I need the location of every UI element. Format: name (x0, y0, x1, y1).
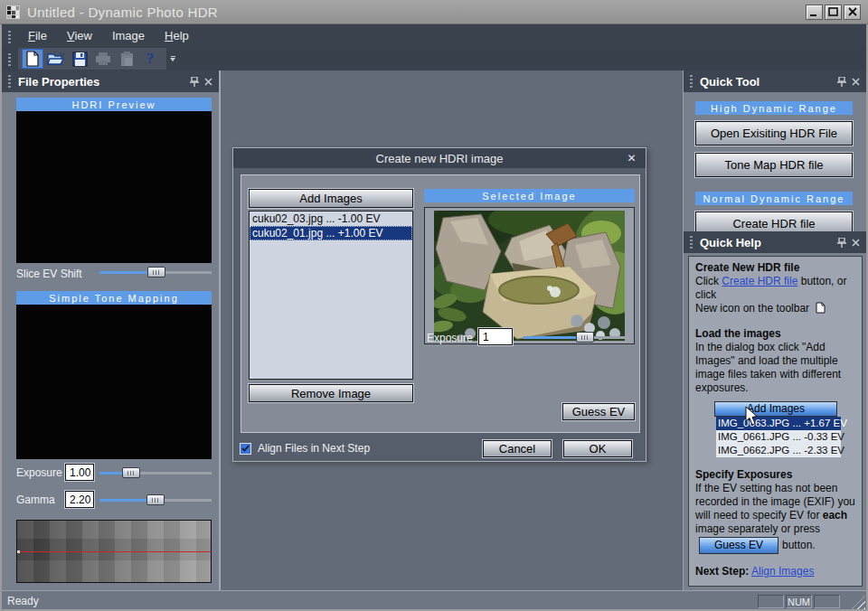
list-item[interactable]: cuku02_03.jpg ... -1.00 EV (250, 212, 412, 226)
menu-bar: File View Image Help (2, 24, 866, 47)
print-icon (95, 52, 111, 66)
simple-tone-mapping-header: Simple Tone Mapping (16, 291, 212, 305)
pin-icon[interactable] (190, 77, 199, 87)
title-bar: Untitled - Dynamic Photo HDR (0, 0, 868, 24)
create-hdr-file-button[interactable]: Create HDR file (695, 212, 853, 231)
minimize-icon (809, 8, 819, 16)
help-heading-create: Create New HDR file (695, 261, 855, 275)
pin-icon[interactable] (837, 238, 846, 248)
help-button[interactable]: ? (139, 49, 161, 69)
gamma-label: Gamma (16, 494, 55, 506)
close-panel-icon[interactable] (204, 78, 212, 86)
menu-view[interactable]: View (57, 26, 102, 45)
save-file-button[interactable] (69, 49, 90, 69)
add-images-button[interactable]: Add Images (249, 189, 413, 208)
new-document-icon (816, 302, 826, 314)
exposure-slider[interactable] (99, 466, 212, 479)
resize-grip[interactable] (852, 596, 865, 609)
toolbar: ? (2, 47, 866, 70)
help-list-item: IMG_0663.JPG ... +1.67 EV (716, 417, 841, 430)
dialog-exposure-input[interactable] (478, 328, 513, 345)
menu-help[interactable]: Help (155, 26, 199, 45)
slider-thumb[interactable] (146, 494, 165, 505)
align-files-checkbox[interactable] (240, 443, 251, 455)
dialog-exposure-label: Exposure (427, 332, 473, 344)
create-hdr-file-link[interactable]: Create HDR file (722, 275, 797, 287)
print-button (92, 49, 114, 69)
panel-title: Quick Help (700, 236, 761, 249)
status-message: Ready (7, 595, 39, 607)
dialog-close-button[interactable]: ✕ (625, 151, 638, 164)
slider-thumb[interactable] (576, 332, 594, 343)
status-pane-caps (758, 595, 784, 608)
cursor-icon (745, 407, 758, 426)
maximize-icon (828, 7, 838, 16)
help-add-images-button: Add Images (714, 401, 837, 417)
quick-help-content: Create New HDR file Click Create HDR fil… (688, 256, 863, 587)
help-heading-load: Load the images (695, 327, 855, 341)
help-screenshot: Add Images IMG_0663.JPG ... +1.67 EV IMG… (714, 401, 855, 457)
help-load-text: In the dialog box click "Add Images" and… (695, 341, 855, 395)
toolbar-gripper[interactable] (8, 52, 11, 66)
gamma-slider[interactable] (99, 494, 212, 506)
help-list-item: IMG_0662.JPG ... -2.33 EV (716, 444, 841, 457)
exposure-input[interactable] (65, 464, 94, 481)
hdri-preview-canvas (16, 111, 212, 263)
remove-image-button[interactable]: Remove Image (249, 384, 413, 402)
panel-title: Quick Tool (700, 75, 760, 89)
file-properties-header: File Properties (2, 70, 219, 92)
close-button[interactable] (844, 5, 861, 20)
guess-ev-button[interactable]: Guess EV (562, 403, 635, 420)
overflow-icon (171, 56, 175, 57)
panel-gripper[interactable] (690, 236, 693, 249)
checkmark-icon (241, 445, 250, 452)
open-file-button[interactable] (45, 49, 67, 69)
help-guess-ev-button: Guess EV (699, 537, 778, 554)
window-title: Untitled - Dynamic Photo HDR (27, 5, 218, 20)
hdr-section-label: High Dynamic Range (695, 101, 853, 115)
menu-file[interactable]: File (18, 26, 57, 45)
help-heading-specify: Specify Exposures (695, 468, 855, 482)
quick-tool-header: Quick Tool (684, 70, 866, 92)
toolbar-overflow-button[interactable] (170, 56, 175, 61)
quick-help-panel: Quick Help Create New HDR file Click Cre… (683, 231, 866, 590)
ok-button[interactable]: OK (563, 440, 632, 457)
cancel-button[interactable]: Cancel (483, 440, 552, 457)
file-properties-panel: File Properties HDRI Preview Slice EV Sh… (2, 70, 220, 590)
panel-gripper[interactable] (690, 75, 693, 88)
dialog-inner-panel: Add Images cuku02_03.jpg ... -1.00 EV cu… (241, 174, 640, 433)
next-step-label: Next Step: (695, 565, 749, 578)
help-list-item: IMG_0661.JPG ... -0.33 EV (716, 430, 841, 444)
help-icon: ? (146, 50, 155, 68)
align-files-label: Align Files in Next Step (258, 442, 370, 455)
dialog-title-bar[interactable]: Create new HDRI image ✕ (233, 148, 646, 168)
slice-ev-shift-slider[interactable] (99, 266, 212, 278)
new-file-button[interactable] (22, 49, 43, 69)
paste-button (116, 49, 137, 69)
tone-map-hdr-button[interactable]: Tone Map HDR file (695, 153, 853, 177)
window-border-left (0, 24, 2, 611)
tone-mapping-canvas (16, 305, 212, 459)
slice-ev-shift-label: Slice EV Shift (16, 268, 82, 280)
align-images-link[interactable]: Align Images (751, 565, 814, 578)
open-existing-hdr-button[interactable]: Open Exisiting HDR File (695, 121, 853, 146)
maximize-button[interactable] (825, 5, 842, 20)
menu-image[interactable]: Image (102, 26, 155, 45)
quick-tool-panel: Quick Tool High Dynamic Range Open Exisi… (683, 70, 866, 231)
panel-gripper[interactable] (8, 75, 11, 88)
ndr-section-label: Normal Dynamic Range (695, 192, 853, 205)
menu-gripper[interactable] (8, 29, 11, 43)
minimize-button[interactable] (806, 5, 823, 20)
close-panel-icon[interactable] (852, 78, 860, 86)
list-item-selected[interactable]: cuku02_01.jpg ... +1.00 EV (250, 226, 412, 240)
slider-thumb[interactable] (147, 267, 165, 277)
dialog-close-icon: ✕ (627, 152, 636, 164)
dialog-exposure-slider[interactable] (524, 331, 634, 343)
close-panel-icon[interactable] (852, 239, 860, 247)
panel-title: File Properties (18, 75, 99, 89)
slider-thumb[interactable] (122, 467, 140, 478)
image-file-list[interactable]: cuku02_03.jpg ... -1.00 EV cuku02_01.jpg… (249, 211, 413, 380)
pin-icon[interactable] (837, 77, 846, 87)
status-pane-num: NUM (786, 595, 812, 608)
gamma-input[interactable] (65, 491, 94, 508)
